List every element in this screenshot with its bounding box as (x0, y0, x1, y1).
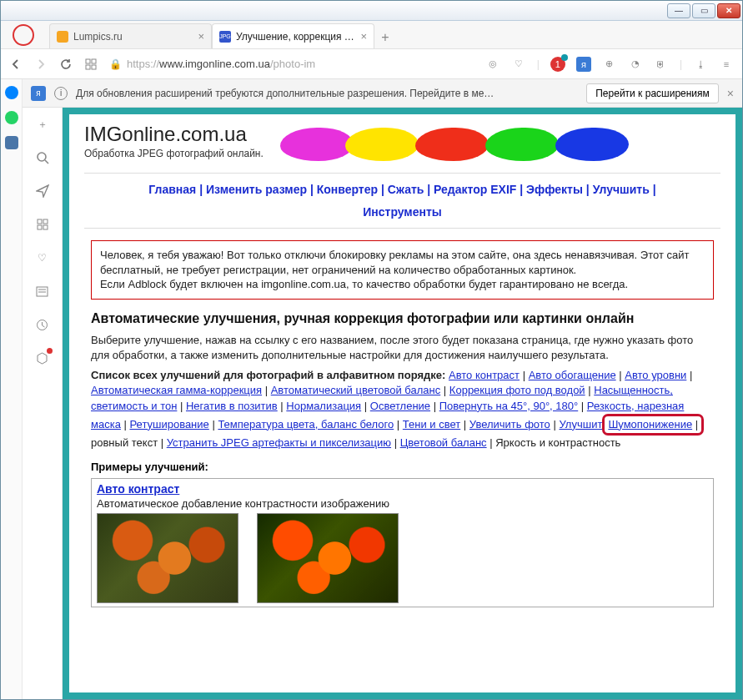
adblock-notice: Человек, я тебя уважаю! Вот только отклю… (91, 240, 714, 300)
menu-converter[interactable]: Конвертер (317, 183, 378, 196)
forward-button[interactable] (34, 58, 48, 71)
vk-icon[interactable] (5, 136, 18, 149)
messenger-icon[interactable] (5, 86, 18, 99)
example-title-link[interactable]: Авто контраст (97, 482, 179, 496)
link-enlarge[interactable]: Увеличить фото (469, 418, 550, 431)
window-titlebar: — ▭ ✕ (1, 1, 742, 21)
menu-tools[interactable]: Инструменты (363, 205, 442, 219)
speed-dial-icon[interactable] (84, 58, 98, 71)
send-icon[interactable] (34, 183, 51, 199)
whatsapp-icon[interactable] (5, 111, 18, 124)
extension-icon[interactable]: ◔ (628, 57, 643, 72)
svg-rect-9 (43, 225, 48, 229)
menu-icon[interactable]: ≡ (719, 57, 734, 72)
page-viewport[interactable]: IMGonline.com.ua Обработка JPEG фотограф… (63, 108, 742, 699)
link-auto-gamma[interactable]: Автоматическая гамма-коррекция (91, 384, 262, 396)
toolbar-right: ◎ ♡ | 1 я ⊕ ◔ ⛨ | ⭳ ≡ (485, 57, 734, 72)
bookmark-icon[interactable]: ♡ (511, 57, 526, 72)
tab-strip: Lumpics.ru × JPG Улучшение, коррекция ф…… (1, 21, 742, 49)
svg-rect-8 (38, 225, 42, 229)
tab-close-icon[interactable]: × (198, 30, 204, 43)
speed-dial-icon[interactable] (34, 216, 51, 233)
add-panel-icon[interactable]: ＋ (34, 116, 51, 133)
svg-rect-2 (86, 65, 90, 69)
camera-icon[interactable]: ◎ (485, 57, 500, 72)
extension-blocker-icon[interactable]: 1 (550, 57, 565, 72)
new-tab-button[interactable]: + (374, 27, 396, 48)
link-color-balance[interactable]: Цветовой баланс (400, 436, 487, 449)
link-shadows[interactable]: Тени и свет (403, 418, 460, 431)
downloads-icon[interactable]: ⭳ (693, 57, 708, 72)
translate-ext-icon[interactable]: я (31, 86, 46, 101)
content-row: ＋ ♡ IMGonline.com.ua (23, 108, 742, 699)
link-retouch[interactable]: Ретуширование (129, 418, 208, 431)
splash-blue-icon (555, 128, 629, 161)
favicon-icon (57, 31, 68, 43)
adblock-text-1: Человек, я тебя уважаю! Вот только отклю… (100, 248, 705, 277)
back-button[interactable] (9, 58, 23, 71)
shield-icon[interactable]: ⛨ (654, 57, 669, 72)
link-color-temp[interactable]: Температура цвета, баланс белого (218, 418, 394, 431)
tab-lumpics[interactable]: Lumpics.ru × (49, 23, 212, 48)
app-window: — ▭ ✕ Lumpics.ru × JPG Улучшение, коррек… (0, 0, 743, 700)
tab-imgonline[interactable]: JPG Улучшение, коррекция ф… × (212, 23, 374, 48)
list-label: Список всех улучшений для фотографий в а… (91, 369, 445, 381)
link-negative[interactable]: Негатив в позитив (186, 400, 278, 412)
link-auto-color-balance[interactable]: Автоматический цветовой баланс (271, 384, 441, 396)
link-improve-text-a[interactable]: Улучшит (559, 418, 602, 431)
link-lighten[interactable]: Осветление (370, 400, 430, 412)
link-improve-text-b[interactable]: ровный текст (91, 436, 158, 449)
go-to-extensions-button[interactable]: Перейти к расширениям (586, 83, 719, 103)
url-host: www.imgonline.com.ua (159, 58, 270, 70)
link-auto-contrast[interactable]: Авто контраст (449, 369, 520, 381)
bookmarks-icon[interactable]: ♡ (34, 249, 51, 266)
news-icon[interactable] (34, 283, 51, 300)
main-menu: Главная | Изменить размер | Конвертер | … (84, 174, 720, 229)
inner-column: я i Для обновления расширений требуются … (23, 79, 742, 699)
link-auto-enrich[interactable]: Авто обогащение (529, 369, 616, 381)
window-maximize-button[interactable]: ▭ (692, 3, 715, 18)
opera-logo-icon[interactable] (13, 24, 34, 46)
favicon-icon: JPG (219, 31, 231, 43)
history-icon[interactable] (34, 316, 51, 333)
svg-rect-3 (92, 65, 96, 69)
menu-improve[interactable]: Улучшить (593, 183, 650, 196)
address-bar[interactable]: 🔒 https:// www.imgonline.com.ua /photo-i… (109, 58, 474, 70)
reload-button[interactable] (59, 58, 73, 71)
svg-rect-0 (86, 59, 90, 63)
notification-close-icon[interactable]: × (727, 87, 734, 100)
window-minimize-button[interactable]: — (667, 3, 690, 18)
site-header: IMGonline.com.ua Обработка JPEG фотограф… (84, 123, 720, 174)
browser-body: я i Для обновления расширений требуются … (1, 79, 742, 699)
svg-point-4 (38, 153, 46, 161)
extension-icon[interactable]: ⊕ (602, 57, 617, 72)
example-thumbnails (97, 513, 708, 603)
page-content: IMGonline.com.ua Обработка JPEG фотограф… (69, 114, 735, 692)
window-close-button[interactable]: ✕ (717, 3, 740, 18)
link-rotate[interactable]: Повернуть на 45°, 90°, 180° (439, 400, 579, 412)
link-underwater[interactable]: Коррекция фото под водой (449, 384, 585, 396)
svg-rect-1 (92, 59, 96, 63)
extension-translate-icon[interactable]: я (576, 57, 591, 72)
color-splash-logo (280, 123, 720, 168)
link-noise-reduction[interactable]: Шумопонижение (608, 418, 692, 431)
menu-compress[interactable]: Сжать (388, 183, 424, 196)
adblock-text-2: Если Adblock будет включен на imgonline.… (100, 277, 705, 292)
search-icon[interactable] (34, 149, 51, 166)
site-title: IMGonline.com.ua (84, 123, 264, 146)
menu-resize[interactable]: Изменить размер (206, 183, 307, 196)
link-brightness-contrast[interactable]: Яркость и контрастность (495, 436, 620, 449)
menu-exif[interactable]: Редактор EXIF (434, 183, 516, 196)
link-jpeg-artifacts[interactable]: Устранить JPEG артефакты и пикселизацию (167, 436, 391, 449)
tab-close-icon[interactable]: × (360, 30, 367, 43)
extensions-icon[interactable] (34, 350, 51, 366)
url-proto: https:// (127, 58, 159, 70)
splash-green-icon (485, 128, 559, 161)
lock-icon: 🔒 (109, 58, 122, 70)
menu-home[interactable]: Главная (148, 183, 196, 196)
sidebar: ＋ ♡ (23, 108, 63, 699)
menu-effects[interactable]: Эффекты (526, 183, 583, 196)
tab-title: Lumpics.ru (73, 31, 193, 43)
link-auto-levels[interactable]: Авто уровни (625, 369, 686, 381)
link-normalize[interactable]: Нормализация (286, 400, 361, 412)
